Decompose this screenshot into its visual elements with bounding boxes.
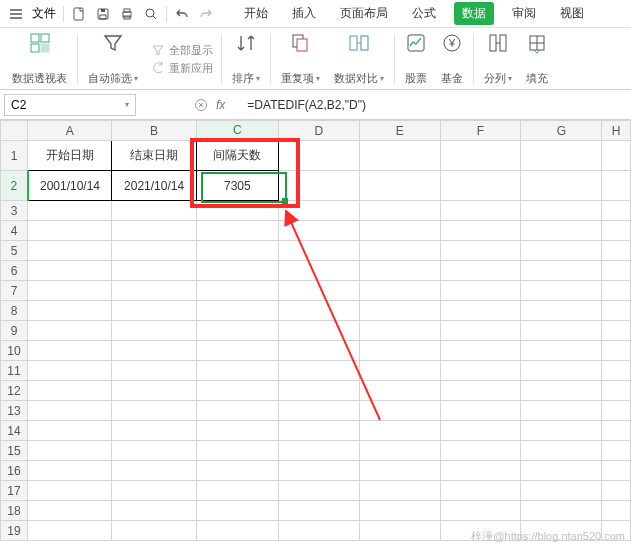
cell[interactable] <box>112 521 196 541</box>
cell[interactable] <box>521 441 602 461</box>
cell[interactable] <box>440 421 521 441</box>
new-icon[interactable] <box>67 2 91 26</box>
cell[interactable] <box>521 241 602 261</box>
cell-C1[interactable]: 间隔天数 <box>196 141 278 171</box>
col-header-B[interactable]: B <box>112 121 196 141</box>
cell[interactable] <box>196 401 278 421</box>
cell[interactable] <box>28 301 112 321</box>
cell[interactable] <box>359 201 440 221</box>
cell[interactable] <box>28 201 112 221</box>
cell[interactable] <box>196 461 278 481</box>
cell-A1[interactable]: 开始日期 <box>28 141 112 171</box>
fill-group[interactable]: 填充 <box>520 32 554 86</box>
col-header-H[interactable]: H <box>602 121 631 141</box>
cell[interactable] <box>278 341 359 361</box>
select-all-corner[interactable] <box>1 121 28 141</box>
cell[interactable] <box>440 241 521 261</box>
pivot-group[interactable]: 数据透视表 <box>6 32 73 86</box>
cell[interactable] <box>278 521 359 541</box>
cell[interactable] <box>112 501 196 521</box>
cell-B2[interactable]: 2021/10/14 <box>112 171 196 201</box>
cell[interactable] <box>278 221 359 241</box>
name-box[interactable]: C2 ▾ <box>4 94 136 116</box>
cell[interactable] <box>196 441 278 461</box>
cell[interactable] <box>521 301 602 321</box>
cell[interactable] <box>278 361 359 381</box>
cell[interactable] <box>359 461 440 481</box>
cell[interactable] <box>196 341 278 361</box>
menu-icon[interactable] <box>4 2 28 26</box>
cell[interactable] <box>521 401 602 421</box>
cell[interactable] <box>602 281 631 301</box>
row-header-2[interactable]: 2 <box>1 171 28 201</box>
cell[interactable] <box>278 301 359 321</box>
row-header-13[interactable]: 13 <box>1 401 28 421</box>
cell[interactable] <box>196 301 278 321</box>
cell[interactable] <box>440 341 521 361</box>
cell[interactable] <box>278 241 359 261</box>
cell[interactable] <box>602 341 631 361</box>
cell[interactable] <box>196 221 278 241</box>
cell[interactable] <box>602 361 631 381</box>
cell[interactable] <box>112 281 196 301</box>
cell[interactable] <box>196 281 278 301</box>
cell[interactable] <box>359 521 440 541</box>
cell[interactable] <box>278 321 359 341</box>
formula-text[interactable]: =DATEDIF(A2,B2,"D") <box>247 98 366 112</box>
cell[interactable] <box>359 281 440 301</box>
cell[interactable] <box>521 481 602 501</box>
spreadsheet-grid[interactable]: A B C D E F G H 1 开始日期 结束日期 间隔天数 2 2001/… <box>0 120 631 548</box>
cell[interactable] <box>440 401 521 421</box>
stocks-group[interactable]: 股票 <box>399 32 433 86</box>
cell-F2[interactable] <box>440 171 521 201</box>
row-header-15[interactable]: 15 <box>1 441 28 461</box>
tab-data[interactable]: 数据 <box>454 2 494 25</box>
col-header-D[interactable]: D <box>278 121 359 141</box>
cell[interactable] <box>196 381 278 401</box>
tab-insert[interactable]: 插入 <box>286 1 322 26</box>
cell[interactable] <box>278 381 359 401</box>
cell[interactable] <box>112 261 196 281</box>
cell[interactable] <box>359 361 440 381</box>
cell[interactable] <box>112 341 196 361</box>
cell-G2[interactable] <box>521 171 602 201</box>
cell[interactable] <box>112 381 196 401</box>
cell[interactable] <box>28 501 112 521</box>
col-header-A[interactable]: A <box>28 121 112 141</box>
col-header-C[interactable]: C <box>196 121 278 141</box>
cell[interactable] <box>28 341 112 361</box>
cell[interactable] <box>359 381 440 401</box>
cell[interactable] <box>28 381 112 401</box>
cell[interactable] <box>602 381 631 401</box>
cell-F1[interactable] <box>440 141 521 171</box>
cell[interactable] <box>602 421 631 441</box>
cell[interactable] <box>196 201 278 221</box>
cell[interactable] <box>602 481 631 501</box>
tab-review[interactable]: 审阅 <box>506 1 542 26</box>
row-header-17[interactable]: 17 <box>1 481 28 501</box>
row-header-6[interactable]: 6 <box>1 261 28 281</box>
row-header-18[interactable]: 18 <box>1 501 28 521</box>
cell-E2[interactable] <box>359 171 440 201</box>
cell[interactable] <box>112 481 196 501</box>
cell[interactable] <box>278 281 359 301</box>
cell[interactable] <box>112 361 196 381</box>
cell[interactable] <box>112 441 196 461</box>
autofilter-group[interactable]: 自动筛选▾ <box>82 32 144 86</box>
row-header-8[interactable]: 8 <box>1 301 28 321</box>
cell[interactable] <box>359 221 440 241</box>
cell[interactable] <box>28 481 112 501</box>
cell[interactable] <box>28 281 112 301</box>
cell[interactable] <box>28 441 112 461</box>
cell[interactable] <box>359 321 440 341</box>
cell[interactable] <box>602 241 631 261</box>
cell[interactable] <box>28 361 112 381</box>
cell[interactable] <box>28 461 112 481</box>
show-all-button[interactable]: 全部显示 <box>150 42 213 58</box>
cell[interactable] <box>602 321 631 341</box>
row-header-19[interactable]: 19 <box>1 521 28 541</box>
cell[interactable] <box>112 401 196 421</box>
cell[interactable] <box>28 401 112 421</box>
cell[interactable] <box>521 381 602 401</box>
cell[interactable] <box>602 461 631 481</box>
